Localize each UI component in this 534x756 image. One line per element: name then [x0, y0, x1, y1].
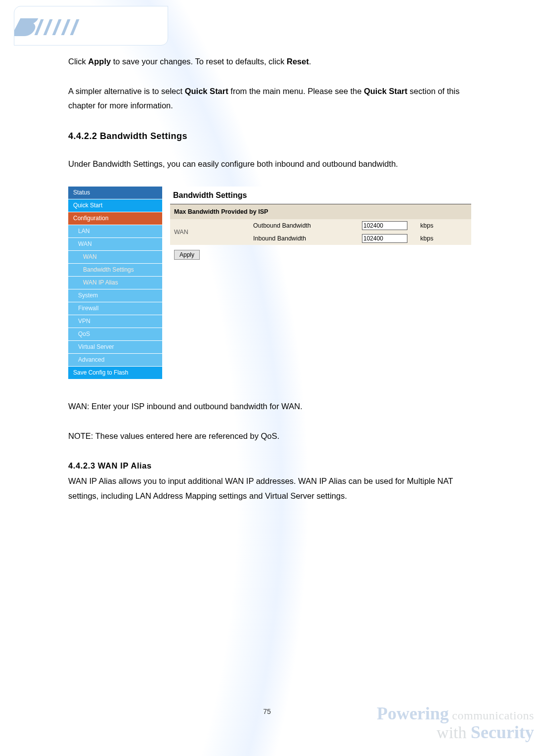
sidebar-item-save-config[interactable]: Save Config to Flash — [68, 367, 162, 379]
sidebar-item-vpn[interactable]: VPN — [68, 315, 162, 328]
heading-wan-ip-alias: 4.4.2.3 WAN IP Alias — [68, 459, 471, 473]
paragraph-qos-note: NOTE: These values entered here are refe… — [68, 429, 471, 444]
wan-label: WAN — [170, 227, 249, 238]
sidebar-item-wan[interactable]: WAN — [68, 238, 162, 251]
nav-sidebar: Status Quick Start Configuration LAN WAN… — [68, 187, 162, 379]
svg-rect-3 — [44, 19, 53, 35]
paragraph-bandwidth-intro: Under Bandwidth Settings, you can easily… — [68, 157, 471, 172]
sidebar-item-lan[interactable]: LAN — [68, 225, 162, 238]
svg-rect-4 — [52, 19, 62, 35]
bandwidth-settings-panel: Bandwidth Settings Max Bandwidth Provide… — [170, 187, 471, 379]
watermark-powering: Powering — [377, 704, 449, 723]
paragraph-wan-note: WAN: Enter your ISP inbound and outbound… — [68, 399, 471, 414]
panel-title: Bandwidth Settings — [170, 187, 471, 204]
inbound-bandwidth-input[interactable] — [362, 234, 407, 243]
sidebar-item-wan-ip-alias[interactable]: WAN IP Alias — [68, 277, 162, 289]
panel-subtitle: Max Bandwidth Provided by ISP — [170, 204, 471, 220]
paragraph-apply-reset: Click Apply to save your changes. To res… — [68, 54, 471, 69]
outbound-bandwidth-input[interactable] — [362, 221, 407, 230]
sidebar-item-qos[interactable]: QoS — [68, 328, 162, 341]
bandwidth-grid: WAN Outbound Bandwidth kbps Inbound Band… — [170, 219, 471, 245]
inbound-unit: kbps — [416, 232, 446, 245]
sidebar-item-quick-start[interactable]: Quick Start — [68, 199, 162, 212]
page-number: 75 — [263, 708, 271, 715]
sidebar-item-system[interactable]: System — [68, 289, 162, 302]
sidebar-item-firewall[interactable]: Firewall — [68, 302, 162, 315]
billion-logo — [14, 6, 168, 46]
paragraph-quick-start: A simpler alternative is to select Quick… — [68, 84, 471, 113]
svg-rect-5 — [61, 19, 71, 35]
document-content: Click Apply to save your changes. To res… — [68, 54, 471, 519]
svg-rect-2 — [35, 19, 44, 35]
heading-bandwidth-settings: 4.4.2.2 Bandwidth Settings — [68, 128, 471, 144]
outbound-label: Outbound Bandwidth — [249, 219, 358, 232]
watermark-with: with — [437, 723, 471, 742]
outbound-unit: kbps — [416, 219, 446, 232]
sidebar-item-advanced[interactable]: Advanced — [68, 354, 162, 367]
watermark-security: Security — [471, 722, 534, 742]
embedded-ui-screenshot: Status Quick Start Configuration LAN WAN… — [68, 187, 471, 379]
apply-button[interactable]: Apply — [174, 250, 200, 260]
sidebar-item-bandwidth-settings[interactable]: Bandwidth Settings — [68, 264, 162, 277]
inbound-label: Inbound Bandwidth — [249, 232, 358, 245]
sidebar-item-status[interactable]: Status — [68, 187, 162, 199]
paragraph-wan-ip-alias: WAN IP Alias allows you to input additio… — [68, 474, 471, 503]
watermark-communications: communications — [449, 709, 534, 722]
sidebar-item-wan-sub[interactable]: WAN — [68, 251, 162, 264]
svg-rect-6 — [70, 19, 80, 35]
sidebar-item-configuration[interactable]: Configuration — [68, 212, 162, 225]
sidebar-item-virtual-server[interactable]: Virtual Server — [68, 341, 162, 354]
footer-watermark: Powering communications with Security — [307, 705, 534, 742]
